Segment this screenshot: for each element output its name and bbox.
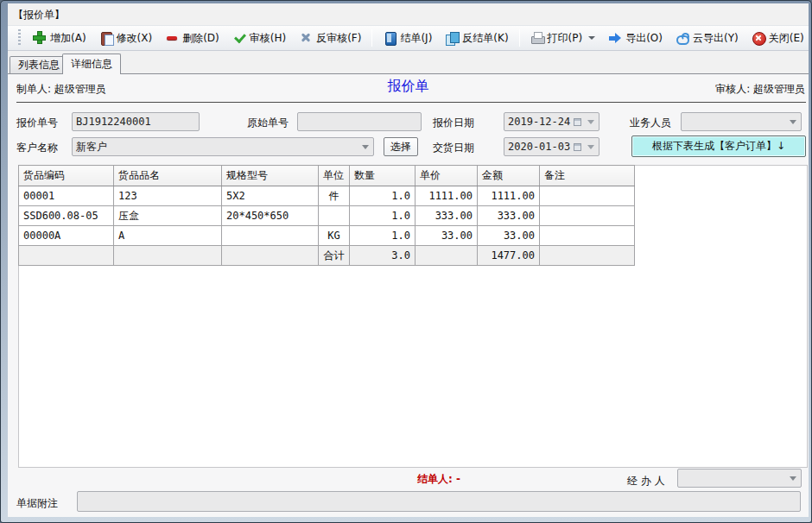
cell[interactable]: 20*450*650	[222, 206, 319, 226]
cell	[540, 246, 635, 266]
col-header-item-code[interactable]: 货品编码	[19, 166, 114, 186]
toolbar-grip[interactable]	[18, 29, 21, 47]
delivery-date-value: 2020-01-03	[508, 141, 570, 153]
cell[interactable]: 压盒	[114, 206, 222, 226]
table-header-row: 货品编码 货品品名 规格型号 单位 数量 单价 金额 备注	[19, 166, 635, 186]
tab-list-info[interactable]: 列表信息	[10, 56, 68, 73]
cell[interactable]: KG	[319, 226, 350, 246]
cell[interactable]: SSD600.08-05	[19, 206, 114, 226]
reopen-bill-button[interactable]: 反结单(K)	[442, 28, 511, 48]
quote-date-field[interactable]: 2019-12-24	[504, 112, 599, 131]
close-bill-button[interactable]: 结单(J)	[380, 28, 435, 48]
tab-strip: 列表信息 详细信息	[8, 52, 809, 73]
unapprove-button[interactable]: 反审核(F)	[296, 28, 364, 48]
customer-label: 客户名称	[16, 141, 58, 155]
table-row[interactable]: SSD600.08-05 压盒 20*450*650 1.0 333.00 33…	[19, 206, 635, 226]
generate-order-button[interactable]: 根据下表生成【客户订单】↓	[631, 135, 806, 157]
cloud-export-icon	[676, 31, 689, 45]
cell[interactable]: 33.00	[416, 226, 478, 246]
col-header-spec[interactable]: 规格型号	[222, 166, 319, 186]
cell[interactable]: 1.0	[350, 226, 416, 246]
close-bill-label: 结单(J)	[400, 31, 432, 46]
chevron-down-icon[interactable]	[587, 145, 594, 149]
chevron-down-icon[interactable]	[790, 476, 796, 481]
print-icon	[530, 31, 544, 45]
cell[interactable]: 00001	[19, 186, 114, 206]
tab-detail-info[interactable]: 详细信息	[62, 54, 121, 74]
cell[interactable]: 333.00	[416, 206, 478, 226]
cell[interactable]: 123	[114, 186, 222, 206]
col-header-unit-price[interactable]: 单价	[416, 166, 478, 186]
print-button[interactable]: 打印(P)	[528, 28, 599, 48]
cell[interactable]: 件	[319, 186, 350, 206]
original-no-label: 原始单号	[247, 116, 289, 130]
select-customer-button[interactable]: 选择	[384, 137, 418, 156]
generate-order-label: 根据下表生成【客户订单】↓	[652, 139, 785, 154]
cell[interactable]: 1111.00	[416, 186, 478, 206]
quote-date-value: 2019-12-24	[508, 116, 570, 128]
original-no-field[interactable]	[297, 112, 422, 131]
cell	[114, 246, 222, 266]
cell[interactable]: 333.00	[478, 206, 540, 226]
customer-combo[interactable]: 新客户	[72, 137, 374, 156]
cloud-export-button[interactable]: 云导出(Y)	[673, 28, 741, 48]
toolbar-separator	[371, 29, 372, 47]
delete-icon	[165, 31, 179, 45]
close-label: 关闭(E)	[769, 31, 804, 46]
edit-icon	[99, 31, 113, 45]
window-title: 【报价单】	[13, 8, 65, 22]
cell[interactable]: 33.00	[478, 226, 540, 246]
table-row[interactable]: 00001 123 5X2 件 1.0 1111.00 1111.00	[19, 186, 635, 206]
chevron-down-icon[interactable]	[587, 120, 594, 124]
quote-date-label: 报价日期	[433, 116, 474, 130]
close-icon	[752, 31, 765, 45]
approve-button[interactable]: 审核(H)	[230, 28, 289, 48]
cell[interactable]	[540, 186, 635, 206]
salesperson-combo[interactable]	[681, 112, 802, 131]
print-dropdown-caret-icon[interactable]	[588, 36, 595, 40]
window-client: 【报价单】 增加(A) 修改(X) 删除(D) 审核(H) 反审核(F) 结单(…	[8, 3, 809, 517]
total-qty: 3.0	[350, 246, 416, 266]
cell[interactable]: 1.0	[350, 186, 416, 206]
close-window-button[interactable]: 关闭(E)	[749, 28, 807, 48]
cell	[416, 246, 478, 266]
cell[interactable]	[319, 206, 350, 226]
tab-list-info-label: 列表信息	[18, 58, 60, 72]
cell[interactable]	[540, 226, 635, 246]
quote-no-value: BJ1912240001	[76, 116, 151, 128]
chevron-down-icon[interactable]	[362, 145, 369, 149]
col-header-amount[interactable]: 金额	[478, 166, 540, 186]
close-bill-icon	[383, 31, 396, 45]
quote-no-field[interactable]: BJ1912240001	[72, 112, 200, 131]
cell	[19, 246, 114, 266]
col-header-unit[interactable]: 单位	[319, 166, 350, 186]
export-button[interactable]: 导出(O)	[606, 28, 665, 48]
chevron-down-icon[interactable]	[790, 120, 796, 124]
cell[interactable]	[222, 226, 319, 246]
notes-field[interactable]	[77, 491, 801, 512]
delete-button[interactable]: 删除(D)	[162, 28, 222, 48]
table-total-row: 合计 3.0 1477.00	[19, 246, 635, 266]
cell[interactable]	[540, 206, 635, 226]
add-label: 增加(A)	[50, 31, 86, 46]
cell[interactable]: A	[114, 226, 222, 246]
add-icon	[33, 31, 47, 45]
edit-button[interactable]: 修改(X)	[97, 28, 155, 48]
operator-combo[interactable]	[677, 469, 802, 488]
approve-label: 审核(H)	[250, 31, 286, 46]
cell[interactable]: 00000A	[19, 226, 114, 246]
col-header-item-name[interactable]: 货品品名	[114, 166, 222, 186]
table-row[interactable]: 00000A A KG 1.0 33.00 33.00	[19, 226, 635, 246]
quote-no-label: 报价单号	[16, 116, 58, 130]
cell[interactable]: 5X2	[222, 186, 319, 206]
delivery-date-field[interactable]: 2020-01-03	[504, 137, 599, 156]
calendar-icon	[574, 143, 581, 151]
col-header-remark[interactable]: 备注	[540, 166, 635, 186]
add-button[interactable]: 增加(A)	[30, 28, 89, 48]
reopen-bill-label: 反结单(K)	[462, 31, 508, 46]
cell[interactable]: 1111.00	[478, 186, 540, 206]
unapprove-icon	[299, 31, 313, 45]
cell[interactable]: 1.0	[350, 206, 416, 226]
notes-label: 单据附注	[16, 496, 58, 511]
col-header-qty[interactable]: 数量	[350, 166, 416, 186]
